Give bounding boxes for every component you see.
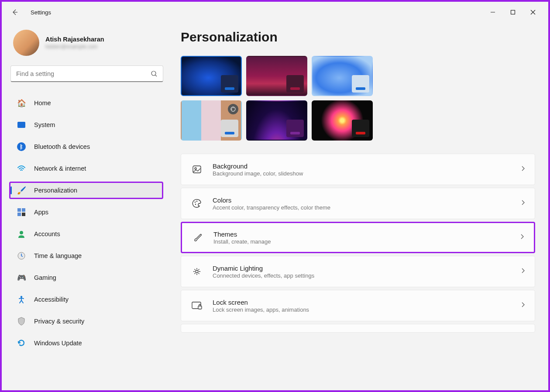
setting-themes[interactable]: Themes Install, create, manage (181, 222, 535, 253)
minimize-button[interactable] (483, 5, 503, 19)
setting-text: Dynamic Lighting Connected devices, effe… (213, 265, 521, 279)
svg-point-17 (196, 201, 197, 202)
nav-home[interactable]: 🏠Home (10, 94, 163, 112)
nav-privacy[interactable]: Privacy & security (10, 313, 163, 330)
nav-network[interactable]: Network & internet (10, 160, 163, 177)
settings-list: Background Background image, color, slid… (181, 154, 535, 333)
theme-windows-dark[interactable] (181, 56, 242, 96)
theme-badge (286, 120, 304, 137)
titlebar: Settings (2, 2, 548, 23)
svg-point-10 (20, 231, 23, 234)
back-button[interactable] (7, 4, 23, 20)
window-title: Settings (31, 9, 51, 16)
chevron-right-icon (521, 199, 525, 207)
nav-label: System (34, 121, 55, 128)
spotlight-icon (228, 104, 238, 114)
setting-colors[interactable]: Colors Accent color, transparency effect… (181, 188, 535, 219)
nav-label: Windows Update (34, 340, 82, 347)
avatar (13, 30, 39, 56)
theme-sunset-dark[interactable] (246, 56, 307, 96)
setting-text: Background Background image, color, slid… (213, 162, 521, 177)
nav-network-icon (17, 164, 26, 173)
minimize-icon (490, 10, 495, 15)
maximize-button[interactable] (503, 5, 523, 19)
svg-point-16 (195, 202, 196, 203)
svg-point-18 (195, 204, 196, 205)
chevron-right-icon (521, 302, 525, 309)
svg-point-19 (196, 270, 198, 273)
setting-title: Colors (213, 196, 521, 204)
svg-point-4 (151, 71, 156, 76)
nav-personalization[interactable]: 🖌️Personalization (9, 182, 163, 199)
theme-grid (181, 56, 535, 141)
chevron-right-icon (521, 268, 525, 275)
nav-label: Time & language (34, 252, 82, 259)
brush-icon (192, 232, 204, 243)
nav-label: Network & internet (34, 165, 86, 172)
nav-system[interactable]: System (10, 116, 163, 134)
chevron-right-icon (521, 165, 525, 173)
theme-badge (221, 120, 238, 137)
setting-desc: Background image, color, slideshow (213, 170, 521, 177)
nav-accessibility[interactable]: Accessibility (10, 291, 163, 308)
nav-apps-icon (17, 207, 26, 217)
setting-text: Themes Install, create, manage (213, 230, 520, 245)
nav-accessibility-icon (17, 295, 26, 304)
page-title: Personalization (181, 30, 535, 45)
svg-rect-1 (511, 10, 515, 14)
nav-label: Apps (34, 209, 48, 216)
sparkle-icon (191, 266, 203, 277)
setting-text: Colors Accent color, transparency effect… (213, 196, 521, 211)
profile-email: hidden@example.com (45, 44, 104, 50)
svg-point-15 (195, 168, 196, 169)
setting-desc: Connected devices, effects, app settings (213, 272, 521, 279)
setting-text: Lock screen Lock screen images, apps, an… (213, 299, 521, 313)
nav-label: Home (34, 100, 51, 107)
search-input[interactable] (16, 70, 151, 77)
nav-privacy-icon (17, 316, 26, 326)
search-box[interactable] (10, 65, 163, 82)
setting-partial[interactable] (181, 324, 535, 333)
theme-glow[interactable] (246, 100, 307, 141)
setting-dynamic-lighting[interactable]: Dynamic Lighting Connected devices, effe… (181, 256, 535, 287)
setting-title: Background (213, 162, 521, 170)
profile-section[interactable]: Atish Rajasekharan hidden@example.com (10, 30, 163, 56)
image-icon (191, 164, 203, 175)
nav-label: Personalization (34, 187, 77, 194)
theme-flow[interactable] (312, 100, 373, 141)
theme-spotlight[interactable] (181, 100, 242, 141)
window-controls (483, 5, 543, 19)
maximize-icon (510, 10, 516, 15)
svg-line-5 (155, 75, 157, 76)
nav-accounts[interactable]: Accounts (10, 225, 163, 243)
theme-windows-light[interactable] (312, 56, 373, 96)
nav-personalization-icon: 🖌️ (17, 186, 26, 195)
profile-name: Atish Rajasekharan (45, 36, 104, 43)
setting-desc: Lock screen images, apps, animations (213, 306, 521, 313)
sidebar: Atish Rajasekharan hidden@example.com 🏠H… (2, 23, 168, 390)
setting-background[interactable]: Background Background image, color, slid… (181, 154, 535, 185)
setting-desc: Accent color, transparency effects, colo… (213, 204, 521, 211)
nav-gaming-icon: 🎮 (17, 273, 26, 282)
nav-update[interactable]: Windows Update (10, 334, 163, 352)
nav-label: Gaming (34, 274, 56, 281)
nav-apps[interactable]: Apps (10, 203, 163, 221)
nav-gaming[interactable]: 🎮Gaming (10, 269, 163, 286)
nav-time-language-icon (17, 251, 26, 261)
close-icon (530, 10, 536, 15)
svg-rect-7 (22, 208, 25, 212)
theme-badge (352, 120, 369, 137)
nav-home-icon: 🏠 (17, 98, 26, 108)
setting-title: Lock screen (213, 299, 521, 306)
nav-time-language[interactable]: Time & language (10, 247, 163, 265)
setting-desc: Install, create, manage (213, 238, 520, 245)
palette-icon (191, 198, 203, 209)
setting-lock-screen[interactable]: Lock screen Lock screen images, apps, an… (181, 290, 535, 321)
lock-screen-icon (191, 301, 203, 310)
nav-bluetooth[interactable]: ᛒBluetooth & devices (10, 138, 163, 155)
nav-update-icon (17, 338, 26, 348)
svg-rect-9 (22, 213, 25, 216)
close-button[interactable] (523, 5, 543, 19)
nav-bluetooth-icon: ᛒ (17, 142, 26, 151)
nav-system-icon (17, 120, 26, 130)
